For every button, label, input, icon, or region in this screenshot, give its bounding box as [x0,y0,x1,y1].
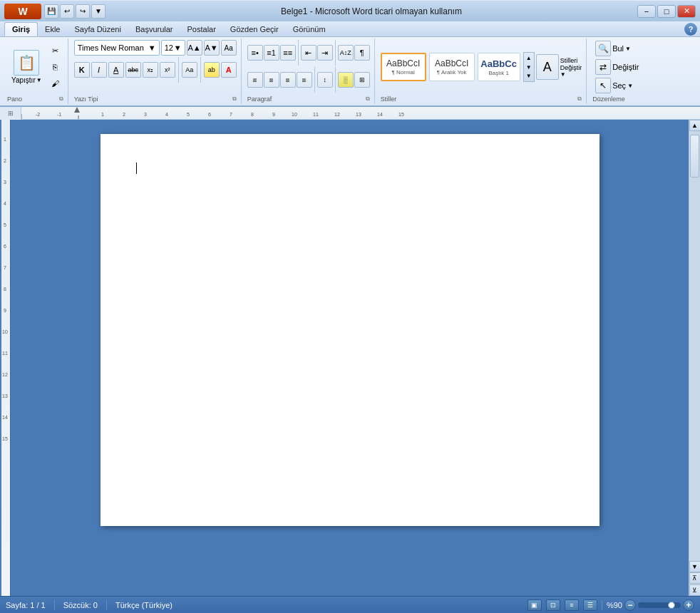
zoom-slider-thumb[interactable] [668,602,675,609]
scroll-track[interactable] [689,131,700,561]
vertical-scrollbar: ▲ ▼ ⊼ ⊻ [689,120,700,596]
tab-gozden[interactable]: Gözden Geçir [223,22,286,36]
svg-marker-19 [74,107,80,113]
zoom-in-button[interactable]: + [683,599,694,611]
zoom-slider[interactable] [638,602,681,608]
tab-ekle[interactable]: Ekle [38,22,67,36]
styles-side: A Stilleri Değiştir ▼ [536,54,582,80]
tab-gorunum[interactable]: Görünüm [286,22,333,36]
svg-text:13: 13 [356,112,361,117]
indent-increase-button[interactable]: ⇥ [317,45,333,61]
scroll-up-button[interactable]: ▲ [689,120,701,131]
status-sep1 [54,600,55,610]
style-aralik-yok[interactable]: AaBbCcI ¶ Aralık Yok [429,53,475,81]
bold-button[interactable]: K [74,62,90,78]
align-left-button[interactable]: ≡ [247,72,263,88]
replace-button[interactable]: ⇄ Değiştir [592,58,642,76]
align-right-button[interactable]: ≡ [280,72,296,88]
paste-button[interactable]: 📋 Yapıştır ▼ [7,47,46,87]
office-button[interactable]: W [4,4,41,19]
multilevel-button[interactable]: ≡≡ [280,45,296,61]
svg-text:10: 10 [2,329,8,334]
indent-decrease-button[interactable]: ⇤ [301,45,316,61]
style-baslik1[interactable]: AaBbCc Başlık 1 [478,53,520,81]
svg-text:8: 8 [251,112,254,117]
minimize-button[interactable]: − [637,5,656,18]
svg-text:14: 14 [377,112,383,117]
font-case-button[interactable]: Aa [182,62,197,78]
styles-expand[interactable]: ⧉ [577,96,582,103]
quick-access-dropdown[interactable]: ▼ [91,4,105,19]
tab-postalar[interactable]: Postalar [180,22,223,36]
svg-text:9: 9 [272,112,275,117]
font-name-selector[interactable]: Times New Roman ▼ [74,40,160,56]
paste-dropdown-arrow[interactable]: ▼ [36,77,42,83]
svg-text:10: 10 [292,112,297,117]
tab-giris[interactable]: Giriş [4,22,38,36]
save-button[interactable]: 💾 [44,4,58,19]
zoom-out-button[interactable]: − [624,599,636,611]
svg-text:6: 6 [208,112,211,117]
style-normal[interactable]: AaBbCcI ¶ Normal [381,53,426,81]
find-button[interactable]: 🔍 Bul ▼ [592,40,642,57]
scroll-down-button[interactable]: ▼ [689,561,701,572]
paragraph-expand[interactable]: ⧉ [366,96,370,103]
sort-button[interactable]: A↕Z [338,45,354,61]
show-marks-button[interactable]: ¶ [354,45,370,61]
close-button[interactable]: ✕ [677,5,696,18]
style-normal-label: ¶ Normal [391,69,414,76]
title-bar-left: W 💾 ↩ ↪ ▼ [4,4,105,19]
align-center-button[interactable]: ≡ [264,72,279,88]
help-button[interactable]: ? [684,23,697,36]
font-size-decrease[interactable]: A▼ [204,40,220,56]
bullets-button[interactable]: ≡• [247,45,263,61]
font-color-button[interactable]: A [221,62,237,78]
maximize-button[interactable]: □ [657,5,676,18]
font-size-increase[interactable]: A▲ [187,40,202,56]
paste-label: Yapıştır [11,76,36,84]
line-spacing-button[interactable]: ↕ [317,72,333,88]
scroll-page-down[interactable]: ⊻ [689,584,701,596]
select-icon: ↖ [595,78,611,93]
superscript-button[interactable]: x² [160,62,175,78]
copy-button[interactable]: ⎘ [48,59,63,75]
undo-button[interactable]: ↩ [60,4,74,19]
view-fullscreen[interactable]: ⊡ [546,599,560,611]
view-outline[interactable]: ☰ [583,599,597,611]
cut-button[interactable]: ✂ [48,43,63,58]
italic-button[interactable]: I [91,62,107,78]
strikethrough-button[interactable]: abc [125,62,141,78]
underline-button[interactable]: A [108,62,124,78]
shading-button[interactable]: ░ [338,72,354,88]
font-expand[interactable]: ⧉ [232,96,237,103]
document-page[interactable] [101,134,599,526]
format-painter-button[interactable]: 🖌 [48,76,63,91]
svg-text:11: 11 [313,112,319,117]
subscript-button[interactable]: x₂ [143,62,158,78]
highlight-button[interactable]: ab [204,62,220,78]
v-ruler-bg: 1 2 3 4 5 6 7 8 9 10 11 12 13 14 15 [1,120,10,596]
borders-button[interactable]: ⊞ [354,72,370,88]
tab-sayfa[interactable]: Sayfa Düzeni [67,22,128,36]
scroll-thumb[interactable] [690,135,699,177]
tab-basvuru[interactable]: Başvurular [128,22,180,36]
justify-button[interactable]: ≡ [297,72,312,88]
svg-text:1: 1 [101,112,104,117]
language-status[interactable]: Türkçe (Türkiye) [115,601,173,609]
editing-label: Düzenleme [592,94,642,103]
pano-expand[interactable]: ⧉ [59,96,63,103]
svg-text:2: 2 [4,158,6,163]
view-print-layout[interactable]: ▣ [527,599,542,611]
select-button[interactable]: ↖ Seç ▼ [592,77,642,94]
styles-scroll[interactable]: ▲ ▼ ▼ [523,52,535,82]
redo-button[interactable]: ↪ [76,4,90,19]
view-web-layout[interactable]: ≡ [565,599,579,611]
clear-formatting[interactable]: Aa [221,40,237,56]
change-styles-button[interactable]: A Stilleri Değiştir ▼ [536,54,582,80]
font-size-selector[interactable]: 12 ▼ [161,40,185,56]
vertical-ruler: 1 2 3 4 5 6 7 8 9 10 11 12 13 14 15 [0,120,11,596]
numbering-button[interactable]: ≡1 [264,45,279,61]
ruler-corner[interactable]: ⊞ [0,107,21,120]
svg-text:4: 4 [165,112,168,117]
scroll-page-up[interactable]: ⊼ [689,572,701,584]
